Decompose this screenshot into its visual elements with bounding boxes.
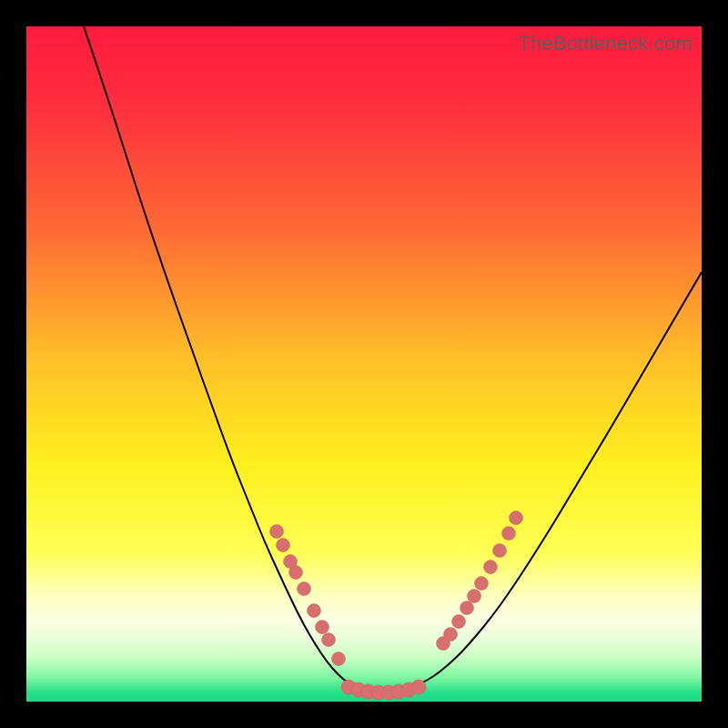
chart-frame: TheBottleneck.com (26, 26, 702, 702)
data-marker (411, 680, 426, 694)
data-marker (475, 577, 489, 591)
data-marker (452, 615, 466, 629)
data-marker (316, 621, 329, 634)
data-marker (444, 628, 458, 642)
data-marker (510, 511, 523, 525)
watermark-text: TheBottleneck.com (518, 32, 693, 56)
data-marker (484, 561, 498, 574)
data-marker (270, 525, 284, 539)
data-marker (308, 604, 321, 618)
data-marker (468, 590, 481, 603)
data-marker (332, 652, 346, 666)
data-marker (277, 539, 290, 552)
data-marker (493, 544, 507, 558)
bottleneck-curve-chart (26, 26, 702, 702)
chart-background (26, 26, 702, 702)
data-marker (460, 602, 474, 615)
data-marker (289, 566, 303, 580)
data-marker (502, 527, 516, 541)
data-marker (298, 582, 311, 596)
data-marker (322, 633, 336, 647)
